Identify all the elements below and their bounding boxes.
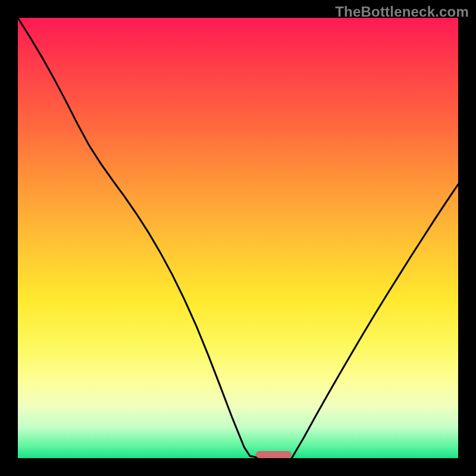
curve-left [18,18,261,458]
bottleneck-marker [256,451,292,458]
curve-right [292,184,458,458]
plot-area [18,18,458,458]
chart-container: TheBottleneck.com [0,0,476,476]
curve-svg [18,18,458,458]
